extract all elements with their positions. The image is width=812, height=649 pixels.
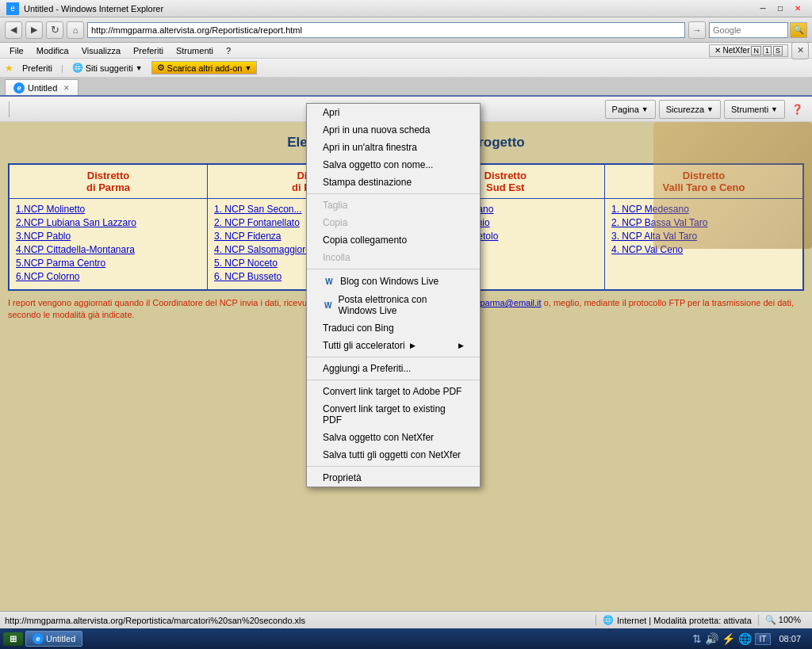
ctx-salva-netxfer[interactable]: Salva oggetto con NetXfer xyxy=(307,429,480,446)
ctx-posta-wl[interactable]: W Posta elettronica con Windows Live xyxy=(307,291,480,319)
maximize-button[interactable]: □ xyxy=(772,2,788,16)
link-molinetto[interactable]: 1.NCP Molinetto xyxy=(16,204,201,215)
tab-icon: e xyxy=(13,82,25,94)
browser-titlebar: e Untitled - Windows Internet Explorer ─… xyxy=(0,0,812,17)
status-zoom[interactable]: 🔍 100% xyxy=(758,615,807,625)
tray-icon-2[interactable]: 🔊 xyxy=(705,632,718,645)
ctx-sep-3 xyxy=(307,357,480,357)
menu-modifica[interactable]: Modifica xyxy=(30,44,75,57)
tab-untitled[interactable]: e Untitled ✕ xyxy=(5,79,79,95)
language-indicator[interactable]: IT xyxy=(755,633,772,645)
clock: 08:07 xyxy=(774,634,806,643)
tray-icon-3[interactable]: ⚡ xyxy=(722,632,735,645)
close-button[interactable]: ✕ xyxy=(790,2,806,16)
search-input[interactable] xyxy=(709,22,788,38)
pagina-arrow: ▼ xyxy=(642,105,649,113)
globe-icon: 🌐 xyxy=(72,63,83,73)
taskbar: ⊞ e Untitled ⇅ 🔊 ⚡ 🌐 IT 08:07 xyxy=(0,628,812,649)
ctx-sep-1 xyxy=(307,193,480,194)
home-button[interactable]: ⌂ xyxy=(67,21,84,39)
forward-button[interactable]: ▶ xyxy=(25,21,43,39)
address-bar: ◀ ▶ ↻ ⌂ → 🔍 xyxy=(0,17,812,43)
refresh-button[interactable]: ↻ xyxy=(46,21,63,39)
strumenti-button[interactable]: Strumenti ▼ xyxy=(724,100,785,119)
ctx-arrow-icon: ▶ xyxy=(410,342,416,349)
menu-preferiti[interactable]: Preferiti xyxy=(127,44,170,57)
ctx-copia-label: Copia xyxy=(323,217,347,228)
pagina-button[interactable]: Pagina ▼ xyxy=(605,100,656,119)
addon-button[interactable]: ⚙ Scarica altri add-on ▼ xyxy=(151,61,258,74)
address-input[interactable] xyxy=(87,22,685,38)
ie-icon: e xyxy=(6,2,19,15)
sicurezza-arrow: ▼ xyxy=(707,105,714,113)
ctx-copia-link[interactable]: Copia collegamento xyxy=(307,231,480,249)
ctx-salva-nome[interactable]: Salva oggetto con nome... xyxy=(307,156,480,174)
ctx-apri-scheda[interactable]: Apri in una nuova scheda xyxy=(307,121,480,139)
back-button[interactable]: ◀ xyxy=(5,21,22,39)
taskbar-ie-item[interactable]: e Untitled xyxy=(25,631,82,647)
menu-strumenti[interactable]: Strumenti xyxy=(170,44,220,57)
tray-icon-4[interactable]: 🌐 xyxy=(738,632,752,645)
favorites-star-icon: ★ xyxy=(5,63,13,74)
ctx-stampa[interactable]: Stampa destinazione xyxy=(307,174,480,191)
menu-visualizza[interactable]: Visualizza xyxy=(75,44,127,57)
favorites-bar: ★ Preferiti | 🌐 Siti suggeriti ▼ ⚙ Scari… xyxy=(0,59,812,78)
link-cittadella[interactable]: 4.NCP Cittadella-Montanara xyxy=(16,244,201,255)
ctx-blog-wl-label: Blog con Windows Live xyxy=(340,276,439,287)
help-icon[interactable]: ❓ xyxy=(788,101,806,118)
link-pablo[interactable]: 3.NCP Pablo xyxy=(16,231,201,242)
tab-close-button[interactable]: ✕ xyxy=(63,84,70,92)
favorites-label[interactable]: Preferiti xyxy=(18,62,56,74)
minimize-button[interactable]: ─ xyxy=(755,2,771,16)
menu-bar: File Modifica Visualizza Preferiti Strum… xyxy=(0,43,812,59)
district-list-parma: 1.NCP Molinetto 2.NCP Lubiana San Lazzar… xyxy=(10,199,207,289)
status-bar: http://mmgparma.altervista.org/Reportist… xyxy=(0,611,812,628)
zoom-text: 100% xyxy=(779,615,801,624)
close-netxfer[interactable]: ✕ xyxy=(791,42,809,59)
taskbar-window-label: Untitled xyxy=(46,634,75,643)
go-button[interactable]: → xyxy=(688,21,706,39)
ctx-traduci-bing[interactable]: Traduci con Bing xyxy=(307,319,480,337)
ctx-copia-link-label: Copia collegamento xyxy=(323,235,407,246)
status-security: 🌐 Internet | Modalità protetta: attivata xyxy=(596,615,758,625)
window-controls[interactable]: ─ □ ✕ xyxy=(755,2,806,16)
ctx-sep-2 xyxy=(307,269,480,269)
link-colorno[interactable]: 6.NCP Colorno xyxy=(16,271,201,282)
netxfer-button[interactable]: ✕ NetXfer N 1 S xyxy=(709,44,788,57)
suggested-sites[interactable]: 🌐 Siti suggeriti ▼ xyxy=(68,61,147,74)
ctx-convert-adobe[interactable]: Convert link target to Adobe PDF xyxy=(307,383,480,400)
sicurezza-button[interactable]: Sicurezza ▼ xyxy=(659,100,721,119)
browser-title: Untitled - Windows Internet Explorer xyxy=(24,4,755,13)
ctx-salva-tutti-label: Salva tutti gli oggetti con NetXfer xyxy=(323,449,461,460)
ctx-convert-existing-label: Convert link target to existing PDF xyxy=(323,403,464,426)
ctx-apri[interactable]: Apri xyxy=(307,104,480,121)
ctx-apri-finestra[interactable]: Apri in un'altra finestra xyxy=(307,139,480,156)
menu-right: ✕ NetXfer N 1 S ✕ xyxy=(709,42,809,59)
header-image xyxy=(653,122,812,249)
strumenti-arrow: ▼ xyxy=(771,105,778,113)
ctx-aggiungi-label: Aggiungi a Preferiti... xyxy=(323,363,411,374)
ctx-apri-scheda-label: Apri in una nuova scheda xyxy=(323,124,430,136)
ctx-copia: Copia xyxy=(307,214,480,231)
menu-file[interactable]: File xyxy=(3,44,30,57)
start-button[interactable]: ⊞ xyxy=(3,632,23,646)
tray-icon-1[interactable]: ⇅ xyxy=(692,632,702,645)
search-button[interactable]: 🔍 xyxy=(790,22,807,38)
windows-live-icon: W xyxy=(323,275,335,288)
ctx-salva-tutti-netxfer[interactable]: Salva tutti gli oggetti con NetXfer xyxy=(307,446,480,464)
status-url: http://mmgparma.altervista.org/Reportist… xyxy=(5,616,596,625)
ctx-aggiungi-preferiti[interactable]: Aggiungi a Preferiti... xyxy=(307,360,480,377)
ctx-proprieta[interactable]: Proprietà xyxy=(307,469,480,487)
pagina-label: Pagina xyxy=(612,105,639,114)
windows-live-mail-icon: W xyxy=(323,299,333,311)
strumenti-label: Strumenti xyxy=(731,105,768,114)
link-lubiana[interactable]: 2.NCP Lubiana San Lazzaro xyxy=(16,217,201,228)
ctx-blog-wl[interactable]: W Blog con Windows Live xyxy=(307,272,480,291)
security-text: Internet | Modalità protetta: attivata xyxy=(617,616,752,625)
netxfer-s: S xyxy=(773,46,783,55)
link-parmacentro[interactable]: 5.NCP Parma Centro xyxy=(16,258,201,269)
addon-label: Scarica altri add-on xyxy=(167,63,243,73)
ctx-convert-existing[interactable]: Convert link target to existing PDF xyxy=(307,400,480,429)
ctx-acceleratori[interactable]: Tutti gli acceleratori▶ xyxy=(307,337,480,354)
menu-help[interactable]: ? xyxy=(220,44,237,57)
